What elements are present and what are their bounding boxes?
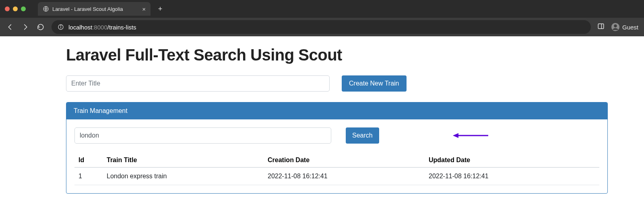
window-minimize-button[interactable] <box>13 6 18 11</box>
svg-point-7 <box>614 25 617 27</box>
url-path: /trains-lists <box>107 24 136 31</box>
address-bar[interactable]: localhost:8000/trains-lists <box>52 20 591 34</box>
column-created: Creation Date <box>264 153 425 167</box>
reload-button[interactable] <box>36 23 45 31</box>
browser-toolbar: localhost:8000/trains-lists Guest <box>0 18 644 36</box>
cell-created: 2022-11-08 16:12:41 <box>264 167 425 185</box>
search-input[interactable] <box>74 127 331 144</box>
table-row: 1 London express train 2022-11-08 16:12:… <box>74 167 599 185</box>
url-port: :8000 <box>92 24 107 31</box>
forward-button[interactable] <box>21 23 30 31</box>
svg-point-3 <box>60 25 61 26</box>
column-id: Id <box>74 153 103 167</box>
url-text: localhost:8000/trains-lists <box>68 24 136 31</box>
window-close-button[interactable] <box>5 6 10 11</box>
profile-button[interactable]: Guest <box>611 23 638 31</box>
cell-updated: 2022-11-08 16:12:41 <box>425 167 599 185</box>
train-management-panel: Train Management Search Id <box>66 102 608 194</box>
panel-toggle-icon[interactable] <box>597 23 605 31</box>
create-train-button[interactable]: Create New Train <box>342 75 407 92</box>
window-controls <box>5 6 26 11</box>
close-tab-icon[interactable]: × <box>142 6 146 12</box>
column-updated: Updated Date <box>425 153 599 167</box>
svg-marker-9 <box>453 133 458 138</box>
back-button[interactable] <box>6 23 14 31</box>
column-title: Train Title <box>103 153 264 167</box>
window-maximize-button[interactable] <box>21 6 26 11</box>
title-input[interactable] <box>66 75 330 92</box>
site-info-icon[interactable] <box>57 23 64 31</box>
tab-strip: Laravel - Laravel Scout Algolia × + <box>0 0 644 18</box>
profile-label: Guest <box>622 24 638 31</box>
page-content: Laravel Full-Text Search Using Scout Cre… <box>0 36 644 194</box>
svg-rect-4 <box>598 24 604 29</box>
search-button[interactable]: Search <box>346 127 379 144</box>
browser-chrome: Laravel - Laravel Scout Algolia × + loca… <box>0 0 644 36</box>
user-icon <box>611 23 620 31</box>
panel-header: Train Management <box>66 102 607 119</box>
search-row: Search <box>74 127 599 144</box>
page-title: Laravel Full-Text Search Using Scout <box>66 46 608 64</box>
url-host: localhost <box>68 24 92 31</box>
new-tab-button[interactable]: + <box>155 3 166 15</box>
panel-body: Search Id Train Title Creation Date <box>66 119 607 193</box>
tab-title: Laravel - Laravel Scout Algolia <box>52 6 139 12</box>
trains-table: Id Train Title Creation Date Updated Dat… <box>74 153 599 185</box>
browser-tab[interactable]: Laravel - Laravel Scout Algolia × <box>38 2 151 16</box>
arrow-annotation <box>453 132 489 139</box>
cell-title: London express train <box>103 167 264 185</box>
top-controls: Create New Train <box>66 75 608 92</box>
globe-icon <box>43 6 49 12</box>
table-header-row: Id Train Title Creation Date Updated Dat… <box>74 153 599 167</box>
toolbar-right: Guest <box>597 23 638 31</box>
cell-id: 1 <box>74 167 103 185</box>
